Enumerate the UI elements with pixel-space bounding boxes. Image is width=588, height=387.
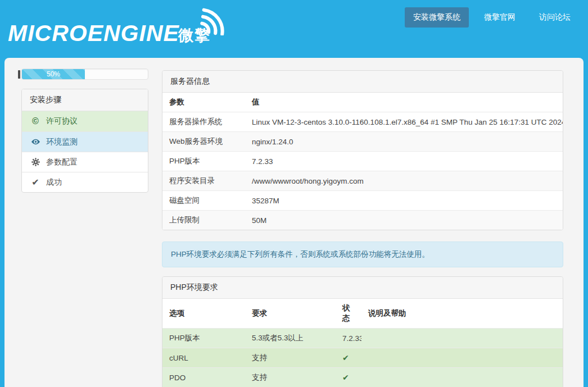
requirement-help-cell <box>361 329 563 348</box>
server-info-row: 服务器操作系统Linux VM-12-3-centos 3.10.0-1160.… <box>162 112 563 132</box>
php-requirements-panel: PHP环境要求 选项要求状态说明及帮助 PHP版本5.3或者5.3以上7.2.3… <box>162 276 563 387</box>
requirement-status-cell: ✔ <box>336 348 361 368</box>
server-info-row: 上传限制50M <box>162 211 563 230</box>
server-info-col-header: 值 <box>245 93 563 112</box>
step-label: 许可协议 <box>46 116 78 126</box>
server-info-header-row: 参数值 <box>162 93 563 112</box>
php-requirements-table: 选项要求状态说明及帮助 PHP版本5.3或者5.3以上7.2.33cURL支持✔… <box>162 299 563 387</box>
step-item-1: 环境监测 <box>22 131 148 152</box>
requirement-option-cell: PDO <box>162 368 245 387</box>
php-requirements-body: PHP版本5.3或者5.3以上7.2.33cURL支持✔PDO支持✔openSS… <box>162 329 563 387</box>
server-info-panel: 服务器信息 参数值 服务器操作系统Linux VM-12-3-centos 3.… <box>162 70 563 230</box>
server-param-cell: 上传限制 <box>162 211 245 230</box>
nav-item-0[interactable]: 安装微擎系统 <box>405 7 469 28</box>
server-info-body: 服务器操作系统Linux VM-12-3-centos 3.10.0-1160.… <box>162 112 563 230</box>
php-requirements-header-row: 选项要求状态说明及帮助 <box>162 299 563 329</box>
alert-text: PHP环境要求必须满足下列所有条件，否则系统或系统部份功能将无法使用。 <box>171 250 429 258</box>
php-requirement-row: PDO支持✔ <box>162 368 563 387</box>
check-icon: ✔ <box>30 178 41 187</box>
progress-notch <box>18 70 20 79</box>
nav-item-1[interactable]: 微擎官网 <box>476 7 524 28</box>
php-requirements-col-header: 选项 <box>162 299 245 329</box>
requirement-value-cell: 支持 <box>245 348 336 368</box>
server-value-cell: Linux VM-12-3-centos 3.10.0-1160.108.1.e… <box>245 112 563 132</box>
step-item-0: ©许可协议 <box>22 111 148 131</box>
server-info-table: 参数值 服务器操作系统Linux VM-12-3-centos 3.10.0-1… <box>162 93 563 230</box>
server-param-cell: 磁盘空间 <box>162 191 245 211</box>
eye-icon <box>30 137 41 147</box>
server-info-row: Web服务器环境nginx/1.24.0 <box>162 132 563 152</box>
php-requirements-col-header: 状态 <box>336 299 361 329</box>
php-requirements-title: PHP环境要求 <box>162 277 563 299</box>
server-value-cell: 50M <box>245 211 563 230</box>
server-info-title: 服务器信息 <box>162 71 563 93</box>
requirement-help-cell <box>361 348 563 368</box>
install-steps-panel: 安装步骤 ©许可协议环境监测参数配置✔成功 <box>21 89 148 193</box>
header-bar: MICROENGINE 微擎 安装微擎系统微擎官网访问论坛 <box>0 0 588 58</box>
brand-logo: MICROENGINE 微擎 <box>8 0 233 58</box>
check-icon: ✔ <box>342 353 349 362</box>
steps-list: ©许可协议环境监测参数配置✔成功 <box>22 111 148 192</box>
requirement-option-cell: PHP版本 <box>162 329 245 348</box>
step-item-3: ✔成功 <box>22 172 148 192</box>
server-value-cell: nginx/1.24.0 <box>245 132 563 152</box>
server-param-cell: Web服务器环境 <box>162 132 245 152</box>
server-info-row: PHP版本7.2.33 <box>162 152 563 171</box>
progress-fill: 50% <box>22 69 85 79</box>
php-requirement-row: cURL支持✔ <box>162 348 563 368</box>
server-info-col-header: 参数 <box>162 93 245 112</box>
step-item-2: 参数配置 <box>22 152 148 172</box>
logo-text: MICROENGINE <box>8 20 179 47</box>
server-value-cell: 7.2.33 <box>245 152 563 171</box>
step-label: 成功 <box>46 177 62 188</box>
main-area: 服务器信息 参数值 服务器操作系统Linux VM-12-3-centos 3.… <box>162 70 563 387</box>
steps-title: 安装步骤 <box>22 89 148 111</box>
server-param-cell: 程序安装目录 <box>162 171 245 191</box>
wifi-signal-icon <box>195 4 228 35</box>
requirement-option-cell: cURL <box>162 348 245 368</box>
step-label: 环境监测 <box>46 137 78 147</box>
content-card: 50% 安装步骤 ©许可协议环境监测参数配置✔成功 服务器信息 参数值 服务器操… <box>4 58 584 387</box>
progress-label: 50% <box>47 70 60 78</box>
requirement-status-cell: 7.2.33 <box>336 329 361 348</box>
server-param-cell: 服务器操作系统 <box>162 112 245 132</box>
server-param-cell: PHP版本 <box>162 152 245 171</box>
copyright-icon: © <box>30 117 41 126</box>
requirement-status-cell: ✔ <box>336 368 361 387</box>
step-label: 参数配置 <box>46 157 78 167</box>
check-icon: ✔ <box>342 373 349 382</box>
php-requirements-col-header: 说明及帮助 <box>361 299 563 329</box>
requirement-value-cell: 5.3或者5.3以上 <box>245 329 336 348</box>
progress-bar: 50% <box>21 69 148 80</box>
nav-item-2[interactable]: 访问论坛 <box>531 7 579 28</box>
server-value-cell: /www/wwwroot/hong.yigoym.com <box>245 171 563 191</box>
top-nav: 安装微擎系统微擎官网访问论坛 <box>398 7 579 28</box>
php-requirement-row: PHP版本5.3或者5.3以上7.2.33 <box>162 329 563 348</box>
server-value-cell: 35287M <box>245 191 563 211</box>
requirement-value-cell: 支持 <box>245 368 336 387</box>
php-requirements-col-header: 要求 <box>245 299 336 329</box>
server-info-row: 程序安装目录/www/wwwroot/hong.yigoym.com <box>162 171 563 191</box>
requirement-help-cell <box>361 368 563 387</box>
gear-icon <box>30 157 41 167</box>
server-info-row: 磁盘空间35287M <box>162 191 563 211</box>
php-requirement-alert: PHP环境要求必须满足下列所有条件，否则系统或系统部份功能将无法使用。 <box>162 242 563 267</box>
